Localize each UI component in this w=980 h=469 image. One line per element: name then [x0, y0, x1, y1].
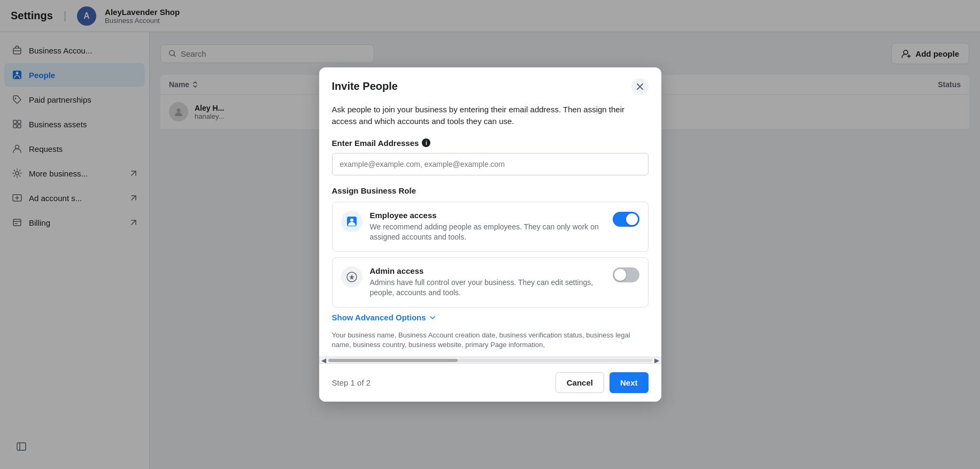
chevron-down-icon: [429, 314, 436, 321]
next-button[interactable]: Next: [609, 372, 649, 393]
admin-role-content: Admin access Admins have full control ov…: [370, 266, 605, 298]
employee-toggle-slider: [613, 212, 639, 227]
admin-role-desc: Admins have full control over your busin…: [370, 278, 605, 298]
modal-title: Invite People: [332, 80, 398, 93]
footer-buttons: Cancel Next: [555, 372, 649, 393]
admin-toggle-slider: [613, 267, 639, 282]
modal-footer-description: Your business name, Business Account cre…: [332, 330, 649, 357]
admin-toggle-container: [613, 267, 639, 282]
admin-toggle[interactable]: [613, 267, 639, 282]
employee-role-content: Employee access We recommend adding peop…: [370, 211, 605, 243]
advanced-options-link[interactable]: Show Advanced Options: [332, 313, 649, 322]
modal-overlay: Invite People Ask people to join your bu…: [0, 0, 980, 469]
close-icon: [636, 82, 644, 91]
admin-role-card: Admin access Admins have full control ov…: [332, 257, 649, 307]
modal-close-button[interactable]: [631, 78, 649, 95]
scroll-track: [328, 359, 652, 362]
employee-toggle[interactable]: [613, 212, 639, 227]
employee-role-card: Employee access We recommend adding peop…: [332, 202, 649, 252]
invite-people-modal: Invite People Ask people to join your bu…: [319, 67, 661, 402]
cancel-button[interactable]: Cancel: [555, 372, 604, 393]
employee-role-title: Employee access: [370, 211, 605, 220]
svg-point-23: [350, 218, 353, 221]
modal-body: Ask people to join your business by ente…: [319, 104, 661, 357]
modal-description: Ask people to join your business by ente…: [332, 104, 649, 128]
email-info-icon: i: [422, 139, 430, 147]
step-label: Step 1 of 2: [332, 378, 371, 387]
admin-role-title: Admin access: [370, 266, 605, 275]
admin-icon: [341, 266, 362, 288]
horizontal-scrollbar[interactable]: ◀ ▶: [319, 357, 661, 363]
email-input[interactable]: [332, 153, 649, 175]
scroll-thumb: [328, 359, 458, 362]
email-section-label: Enter Email Addresses i: [332, 139, 649, 148]
modal-header: Invite People: [319, 67, 661, 104]
employee-icon: [341, 211, 362, 232]
employee-role-desc: We recommend adding people as employees.…: [370, 222, 605, 243]
role-section-label: Assign Business Role: [332, 186, 649, 195]
modal-footer: Step 1 of 2 Cancel Next: [319, 363, 661, 402]
employee-toggle-container: [613, 212, 639, 227]
